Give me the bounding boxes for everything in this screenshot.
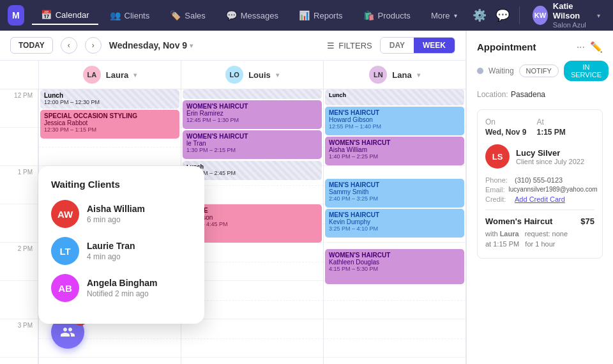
waiting-title: Waiting Clients bbox=[51, 179, 192, 190]
filters-button[interactable]: ☰ FILTERS bbox=[327, 41, 372, 50]
time-slot-12-30 bbox=[0, 128, 38, 166]
calendar-grid: 12 PM 1 PM 2 PM 3 PM 4 PM bbox=[0, 89, 465, 364]
week-view-button[interactable]: WEEK bbox=[414, 38, 455, 53]
appt-laura-lunch[interactable]: Lunch 12:00 PM – 12:30 PM bbox=[40, 89, 179, 109]
staff-chevron-icon: ▾ bbox=[276, 72, 279, 79]
nav-clients[interactable]: 👥 Clients bbox=[101, 6, 159, 24]
people-icon bbox=[60, 324, 75, 340]
avatar: KW bbox=[533, 6, 548, 25]
time-slot-1-30 bbox=[0, 204, 38, 243]
chevron-down-icon: ▾ bbox=[597, 12, 600, 19]
nav-right-actions: ⚙️ 💬 KW Katie Wilson Salon Azul ▾ bbox=[471, 0, 606, 32]
divider bbox=[485, 209, 594, 210]
staff-avatar-lana: LN bbox=[369, 66, 387, 84]
time-slot-3pm: 3 PM bbox=[0, 319, 38, 358]
staff-row: LA Laura ▾ LO Louis ▾ LN Lana ▾ bbox=[0, 61, 465, 89]
appt-lana-aisha[interactable]: WOMEN'S HAIRCUT Aisha William 1:40 PM – … bbox=[325, 137, 464, 165]
clients-icon: 👥 bbox=[110, 10, 121, 20]
staff-chevron-icon: ▾ bbox=[133, 72, 137, 79]
staff-chevron-icon: ▾ bbox=[417, 72, 420, 79]
nav-messages[interactable]: 💬 Messages bbox=[217, 6, 287, 24]
messages-icon: 💬 bbox=[226, 10, 237, 20]
appt-lana-kathleen[interactable]: WOMEN'S HAIRCUT Kathleen Douglas 4:15 PM… bbox=[325, 249, 464, 284]
main-layout: TODAY ‹ › Wednesday, Nov 9 ▾ ☰ FILTERS D… bbox=[0, 31, 613, 364]
reports-icon: 📊 bbox=[299, 10, 310, 20]
appt-laura-special[interactable]: SPECIAL OCCASION STYLING Jessica Rabbot … bbox=[40, 110, 179, 139]
time-slot-1pm: 1 PM bbox=[0, 166, 38, 204]
appt-louis-stripe[interactable] bbox=[183, 89, 322, 99]
panel-header: Appointment ··· ✏️ bbox=[477, 41, 603, 53]
staff-col-lana[interactable]: LN Lana ▾ bbox=[323, 61, 465, 89]
filter-icon: ☰ bbox=[327, 41, 335, 50]
view-toggle: DAY WEEK bbox=[380, 37, 455, 54]
chevron-down-icon: ▾ bbox=[454, 12, 457, 19]
prev-day-button[interactable]: ‹ bbox=[61, 37, 77, 54]
notify-button[interactable]: NOTIFY bbox=[519, 64, 559, 77]
in-service-button[interactable]: IN SERVICE bbox=[564, 61, 609, 81]
client-contact: Phone: (310) 555-0123 Email: lucyannsilv… bbox=[485, 176, 594, 203]
nav-calendar[interactable]: 📅 Calendar bbox=[32, 6, 98, 25]
staff-col-louis[interactable]: LO Louis ▾ bbox=[181, 61, 323, 89]
panel-title: Appointment bbox=[477, 42, 536, 52]
appt-lana-kevin[interactable]: MEN'S HAIRCUT Kevin Dumphy 3:25 PM – 4:1… bbox=[325, 209, 464, 238]
waiting-avatar-aw: AW bbox=[51, 200, 79, 228]
day-view-button[interactable]: DAY bbox=[381, 38, 414, 53]
appt-lana-sammy[interactable]: MEN'S HAIRCUT Sammy Smith 2:40 PM – 3:25… bbox=[325, 179, 464, 208]
time-slot-2pm: 2 PM bbox=[0, 243, 38, 281]
appointment-detail-card: On Wed, Nov 9 At 1:15 PM LS Lucy Silver … bbox=[477, 109, 603, 259]
app-logo: M bbox=[8, 5, 24, 26]
status-label: Waiting bbox=[488, 66, 514, 75]
nav-sales[interactable]: 🏷️ Sales bbox=[161, 6, 215, 24]
waiting-clients-popup: Waiting Clients AW Aisha William 6 min a… bbox=[38, 166, 204, 324]
time-col-header bbox=[0, 61, 38, 89]
at-block: At 1:15 PM bbox=[536, 118, 565, 137]
time-column: 12 PM 1 PM 2 PM 3 PM 4 PM bbox=[0, 89, 38, 364]
staff-avatar-louis: LO bbox=[225, 66, 243, 84]
appt-louis-erin[interactable]: WOMEN'S HAIRCUT Erin Ramirez 12:45 PM – … bbox=[183, 100, 322, 129]
client-row[interactable]: LS Lucy Silver Client since July 2022 bbox=[485, 144, 594, 169]
service-with: with Laura request: none bbox=[485, 230, 594, 238]
client-avatar: LS bbox=[485, 144, 510, 169]
top-navigation: M 📅 Calendar 👥 Clients 🏷️ Sales 💬 Messag… bbox=[0, 0, 613, 31]
appt-louis-le[interactable]: WOMEN'S HAIRCUT le Tran 1:30 PM – 2:15 P… bbox=[183, 130, 322, 159]
calendar-date[interactable]: Wednesday, Nov 9 ▾ bbox=[109, 40, 193, 50]
location-row: Location: Pasadena bbox=[477, 90, 603, 99]
calendar-header: TODAY ‹ › Wednesday, Nov 9 ▾ ☰ FILTERS D… bbox=[0, 31, 465, 61]
calendar-area: TODAY ‹ › Wednesday, Nov 9 ▾ ☰ FILTERS D… bbox=[0, 31, 466, 364]
right-panel: Appointment ··· ✏️ Waiting NOTIFY IN SER… bbox=[466, 31, 613, 364]
user-profile[interactable]: KW Katie Wilson Salon Azul ▾ bbox=[527, 0, 605, 32]
nav-products[interactable]: 🛍️ Products bbox=[354, 6, 420, 24]
add-credit-card-link[interactable]: Add Credit Card bbox=[515, 195, 565, 203]
notifications-button[interactable]: 💬 bbox=[494, 4, 511, 26]
client-since: Client since July 2022 bbox=[516, 158, 584, 165]
client-name: Lucy Silver bbox=[516, 148, 584, 158]
nav-divider bbox=[519, 6, 520, 24]
waiting-client-1[interactable]: AW Aisha William 6 min ago bbox=[51, 200, 192, 228]
waiting-client-3[interactable]: AB Angela Bingham Notified 2 min ago bbox=[51, 274, 192, 302]
edit-button[interactable]: ✏️ bbox=[590, 41, 603, 53]
service-time: at 1:15 PM for 1 hour bbox=[485, 240, 594, 248]
status-dot bbox=[477, 68, 483, 74]
date-chevron-icon: ▾ bbox=[190, 42, 193, 49]
today-button[interactable]: TODAY bbox=[10, 37, 53, 54]
more-options-button[interactable]: ··· bbox=[577, 41, 585, 53]
next-day-button[interactable]: › bbox=[85, 37, 102, 54]
waiting-client-2[interactable]: LT Laurie Tran 4 min ago bbox=[51, 237, 192, 265]
nav-reports[interactable]: 📊 Reports bbox=[290, 6, 352, 24]
user-name-block: Katie Wilson Salon Azul bbox=[553, 1, 592, 29]
date-time-row: On Wed, Nov 9 At 1:15 PM bbox=[485, 118, 594, 137]
settings-button[interactable]: ⚙️ bbox=[471, 4, 489, 26]
time-slot-12pm: 12 PM bbox=[0, 89, 38, 128]
time-slot-3-30 bbox=[0, 358, 38, 364]
status-row: Waiting NOTIFY IN SERVICE bbox=[477, 61, 603, 81]
appt-lana-howard[interactable]: MEN'S HAIRCUT Howard Gibson 12:55 PM – 1… bbox=[325, 107, 464, 135]
sales-icon: 🏷️ bbox=[170, 10, 181, 20]
calendar-icon: 📅 bbox=[41, 10, 52, 20]
nav-more[interactable]: More ▾ bbox=[422, 7, 466, 24]
waiting-avatar-ab: AB bbox=[51, 274, 79, 302]
appt-lana-lunch[interactable]: Lunch bbox=[325, 89, 464, 105]
on-block: On Wed, Nov 9 bbox=[485, 118, 526, 137]
waiting-avatar-lt: LT bbox=[51, 237, 79, 265]
service-row: Women's Haircut $75 bbox=[485, 216, 594, 226]
staff-col-laura[interactable]: LA Laura ▾ bbox=[38, 61, 181, 89]
